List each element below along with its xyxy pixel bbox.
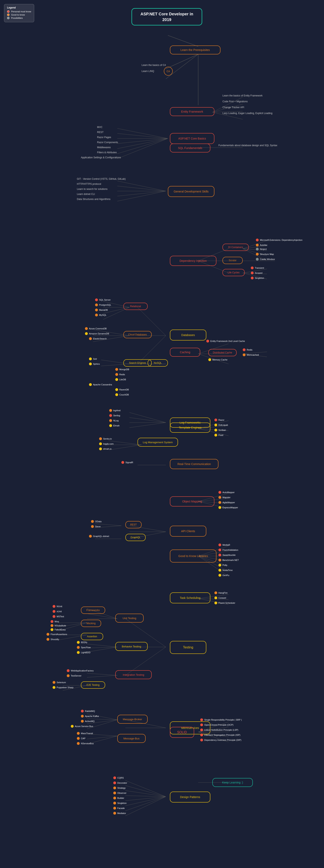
om-mapster-pill: Mapster	[218, 496, 231, 499]
behavior-testing-node: Behavior Testing	[115, 642, 148, 651]
svg-line-122	[125, 797, 166, 816]
learn-linq-label: Learn LINQ	[142, 70, 154, 72]
mbus-nservice-pill: NServiceBus	[77, 742, 94, 745]
svg-line-52	[129, 417, 166, 423]
svg-line-96	[87, 647, 117, 652]
solid-lsp-pill: Liskov Substitution Principle (LSP)	[200, 728, 238, 731]
di-castle-pill: Castle Windsor	[256, 258, 275, 260]
log-serilog-pill: Serilog	[109, 414, 120, 417]
rest-node: REST	[125, 521, 142, 528]
solid-srp-dot	[200, 718, 203, 721]
entity-framework-node: Entity Framework	[170, 107, 214, 116]
dp-decorator-dot	[113, 781, 116, 784]
cache-ef-pill: Entity Framework 2nd Level Cache	[206, 340, 245, 342]
legend-label-3: Possibilities	[11, 17, 23, 19]
message-broker-node: Message-Broker	[117, 715, 148, 724]
rest-sieve-dot	[91, 525, 94, 528]
sql-node: SQL Fundamentals	[170, 144, 210, 152]
bt-bddf-pill: BDDfy	[77, 641, 87, 644]
log-nlog-pill: NLog	[109, 419, 119, 422]
api-clients-node: API Clients	[170, 526, 206, 537]
svg-line-14	[117, 138, 168, 159]
db-couch-dot	[115, 393, 118, 396]
ut-fakeiteasy-dot	[51, 628, 53, 631]
asp-settings: Application Settings & Configurations	[81, 156, 121, 159]
db-ravendb-dot	[115, 388, 118, 391]
task-scheduling-node: Task Scheduling	[170, 592, 210, 603]
rest-odata-dot	[91, 520, 94, 523]
it-webappfactory-pill: WebApplicationFactory	[67, 669, 94, 672]
dp-observer-dot	[113, 792, 116, 795]
ut-shouldly-dot	[47, 638, 49, 641]
relational-node: Relational	[123, 303, 148, 310]
mbus-nservice-dot	[77, 742, 80, 745]
connectors	[0, 0, 324, 868]
lc-transient-dot	[251, 267, 254, 269]
cache-ef-dot	[206, 340, 209, 342]
lm-elmahio-dot	[99, 447, 102, 450]
di-node: Dependency Injection	[170, 256, 216, 266]
csharp-node: C#	[164, 67, 173, 75]
svg-line-115	[125, 780, 166, 797]
svg-line-13	[117, 138, 168, 154]
learn-linq-pill: Learn LINQ	[142, 70, 154, 72]
page-wrapper: Legend Personal must know Good to know P…	[0, 0, 324, 868]
dp-builder-dot	[113, 797, 116, 800]
lm-sentry-pill: Sentry.io	[99, 437, 112, 440]
dp-builder-pill: Builder	[113, 797, 124, 800]
e2e-selenium-dot	[53, 681, 55, 684]
legend-item-1: Personal must know	[7, 10, 31, 13]
ts-hangfire-pill: HangFire	[214, 591, 228, 594]
svg-line-57	[109, 445, 142, 450]
di-ninject-pill: Ninject	[256, 248, 267, 250]
dp-facade-pill: Facade	[113, 807, 125, 810]
testing-node: Testing	[170, 641, 206, 654]
gtk-genfu-pill: GenFu	[218, 574, 229, 577]
mbus-cap-dot	[77, 737, 80, 740]
ut-nunit-pill: NUnit	[53, 605, 62, 608]
db-ravendb-pill: RavenDB	[115, 388, 129, 391]
ut-fakeiteasy-pill: FakeItEasy	[51, 628, 66, 631]
dp-strategy-pill: Strategy	[113, 786, 126, 789]
svg-line-4	[212, 97, 243, 112]
learn-csharp-pill: Learn the basics of C#	[142, 64, 166, 66]
ut-mstest-pill: MSTest	[53, 615, 64, 618]
db-solr-dot	[89, 358, 92, 360]
e2e-testing-node: E2E Testing	[81, 681, 105, 689]
lc-transient-pill: Transient	[251, 267, 264, 269]
db-cassandra-pill: Apache Cassandra	[89, 383, 112, 386]
mb-activemq-dot	[81, 720, 84, 723]
lifecycle-node: Life Cycles	[223, 269, 245, 276]
legend: Legend Personal must know Good to know P…	[4, 4, 34, 22]
dp-mediator-pill: Mediator	[113, 812, 126, 815]
realtime-node: Real-Time Communication	[170, 459, 218, 469]
log-log4net-dot	[109, 409, 112, 412]
unit-testing-node: Unit Testing	[115, 614, 144, 623]
graphql-node: GraphQL	[125, 534, 146, 541]
e2e-selenium-pill: Selenium	[53, 681, 66, 684]
keep-learning-node: Keep Learning :)	[212, 778, 253, 787]
gql-dotnet-dot	[89, 535, 92, 538]
svg-line-20	[117, 191, 166, 201]
bt-bddf-dot	[77, 641, 80, 644]
db-dynamo-dot	[85, 332, 88, 335]
svg-line-8	[117, 128, 168, 138]
svg-line-11	[117, 138, 168, 144]
scrutor-node: Scrutor	[223, 257, 243, 264]
db-cassandra-dot	[89, 383, 92, 386]
gtk-polly-dot	[218, 564, 221, 566]
mbus-masstransit-dot	[77, 732, 80, 735]
svg-line-98	[87, 675, 117, 677]
db-redis-pill: Redis	[115, 373, 125, 376]
ut-nsubstitute-dot	[51, 624, 53, 627]
ef-codefirst-label: Code First + Migrations	[223, 100, 247, 103]
asp-middleware: Middlewares	[97, 146, 111, 149]
svg-line-54	[129, 423, 166, 428]
mbus-masstransit-pill: MassTransit	[77, 732, 93, 735]
ts-hangfire-dot	[214, 591, 217, 594]
sql-sub: Fundamentals about database design and S…	[218, 144, 279, 147]
om-automapper-pill: AutoMapper	[218, 491, 235, 494]
db-mysql-dot	[95, 314, 98, 316]
om-mapster-dot	[218, 496, 221, 499]
svg-line-17	[117, 186, 166, 191]
